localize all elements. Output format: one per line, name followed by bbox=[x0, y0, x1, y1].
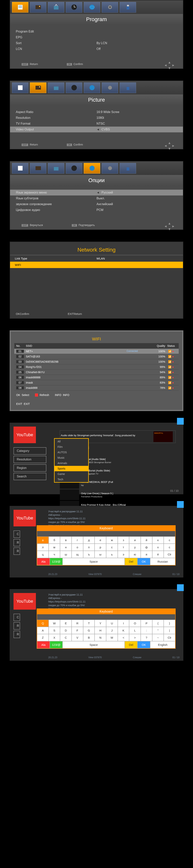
key[interactable]: Clr bbox=[164, 634, 175, 641]
key[interactable]: л bbox=[37, 544, 49, 551]
menu-item-osd-lang[interactable]: Язык экранного меню◄Русский bbox=[10, 190, 183, 195]
key[interactable]: U bbox=[106, 620, 118, 627]
row-link-type[interactable]: Link Type WLAN bbox=[10, 255, 183, 262]
category-item[interactable]: Game bbox=[54, 471, 88, 477]
tab-program[interactable] bbox=[12, 163, 28, 174]
menu-item-digital-audio[interactable]: Цифровое аудиоPCM bbox=[16, 207, 177, 213]
key[interactable]: ? bbox=[141, 634, 152, 641]
category-item[interactable]: AUTOS bbox=[54, 450, 88, 455]
key[interactable]: N bbox=[94, 634, 106, 641]
menu-item-tvformat[interactable]: TV FormatNTSC bbox=[16, 121, 177, 127]
corner-tab-icon[interactable] bbox=[177, 501, 184, 508]
category-item[interactable]: Music bbox=[54, 455, 88, 460]
key[interactable]: в bbox=[60, 536, 72, 544]
key[interactable]: : bbox=[141, 627, 152, 634]
category-item[interactable]: All bbox=[54, 439, 88, 444]
wifi-row[interactable]: 01NET+Connected100%📶 ● bbox=[14, 349, 179, 354]
key-lang[interactable]: English bbox=[150, 641, 175, 648]
wifi-row[interactable]: 06imask8888889%📶 ● bbox=[14, 375, 179, 380]
key-num[interactable]: 123/@ bbox=[50, 641, 63, 648]
key[interactable]: м bbox=[49, 544, 60, 551]
key[interactable]: O bbox=[129, 620, 141, 627]
tab-system[interactable] bbox=[102, 163, 118, 174]
wifi-row[interactable]: 04RongYu-f20199%📶 ● bbox=[14, 365, 179, 370]
key[interactable]: с bbox=[164, 544, 175, 551]
btn-resolution[interactable]: Resolution bbox=[13, 456, 46, 463]
key[interactable]: б bbox=[49, 536, 60, 544]
key[interactable]: T bbox=[83, 620, 95, 627]
key[interactable]: X bbox=[49, 634, 60, 641]
key[interactable]: щ bbox=[72, 551, 83, 558]
key[interactable]: к bbox=[152, 536, 164, 544]
btn-region[interactable]: Region bbox=[13, 464, 46, 472]
corner-tab-icon[interactable] bbox=[177, 584, 184, 591]
row-wifi[interactable]: WIFI bbox=[10, 262, 183, 268]
menu-item-epg[interactable]: EPG bbox=[16, 34, 177, 40]
key[interactable]: Z bbox=[37, 634, 49, 641]
key-del[interactable]: Del bbox=[125, 558, 138, 565]
key-ok[interactable]: OK bbox=[138, 558, 150, 565]
tab-program[interactable] bbox=[12, 2, 28, 12]
tab-channel[interactable] bbox=[48, 2, 64, 12]
key-del[interactable]: Del bbox=[125, 641, 138, 648]
key[interactable]: < bbox=[118, 634, 129, 641]
key[interactable]: п bbox=[83, 544, 95, 551]
key[interactable]: G bbox=[83, 627, 95, 634]
key[interactable]: { bbox=[152, 620, 164, 627]
key[interactable]: т bbox=[118, 544, 129, 551]
key[interactable]: ъ bbox=[83, 551, 95, 558]
key[interactable]: L bbox=[129, 627, 141, 634]
menu-item-audio-lang[interactable]: звуковое сопровождениеАнглийский bbox=[16, 201, 177, 207]
key[interactable]: ф bbox=[141, 544, 152, 551]
category-item[interactable]: Sports bbox=[54, 466, 88, 471]
btn-r[interactable]: R bbox=[13, 622, 20, 629]
tab-options[interactable] bbox=[84, 2, 100, 12]
key[interactable]: ц bbox=[37, 551, 49, 558]
menu-item-video-output[interactable]: Video Output◄CVBS bbox=[10, 127, 183, 132]
wifi-row[interactable]: 030xE69C88E5AD90E5B29B100%📶 ● bbox=[14, 359, 179, 365]
key[interactable]: ё bbox=[152, 551, 164, 558]
tab-time[interactable] bbox=[66, 2, 82, 12]
list-item[interactable]: Only Live Once) [ Season 5 ]Fernwhen Pro… bbox=[60, 490, 176, 500]
key[interactable]: W bbox=[49, 620, 60, 627]
key[interactable]: у bbox=[129, 544, 141, 551]
tab-usb[interactable] bbox=[120, 83, 136, 93]
key-lang[interactable]: Russian bbox=[150, 558, 175, 565]
key[interactable]: н bbox=[60, 544, 72, 551]
key[interactable]: ы bbox=[94, 551, 106, 558]
tab-program[interactable] bbox=[12, 83, 28, 93]
tab-options[interactable] bbox=[84, 83, 100, 93]
key[interactable]: й bbox=[141, 536, 152, 544]
key[interactable]: Clr bbox=[164, 551, 175, 558]
key[interactable]: е bbox=[94, 536, 106, 544]
tab-usb[interactable] bbox=[120, 163, 136, 174]
btn-search[interactable]: Search bbox=[13, 473, 46, 480]
key[interactable]: ч bbox=[49, 551, 60, 558]
key[interactable]: ~ bbox=[152, 634, 164, 641]
menu-item-program-edit[interactable]: Program Edit bbox=[16, 29, 177, 34]
key[interactable]: з bbox=[118, 536, 129, 544]
key[interactable]: о bbox=[72, 544, 83, 551]
key[interactable]: ш bbox=[60, 551, 72, 558]
wifi-row[interactable]: 07imask83%📶 ● bbox=[14, 380, 179, 385]
key[interactable]: р bbox=[94, 544, 106, 551]
key[interactable]: ж bbox=[106, 536, 118, 544]
key[interactable]: а bbox=[37, 536, 49, 544]
key-ala[interactable]: Ala bbox=[37, 558, 50, 565]
btn-c[interactable]: C bbox=[13, 614, 20, 621]
btn-r2[interactable]: R bbox=[13, 631, 20, 638]
wifi-row[interactable]: 02SATX@163100%📶 ● bbox=[14, 354, 179, 359]
menu-item-aspect[interactable]: Aspect Ratio16:9 Wide Scree bbox=[16, 109, 177, 115]
wifi-row[interactable]: 05ChinaNet-6kYU94%📶 ● bbox=[14, 370, 179, 375]
key[interactable]: A bbox=[37, 627, 49, 634]
btn-r[interactable]: R bbox=[13, 539, 20, 546]
key[interactable]: K bbox=[118, 627, 129, 634]
tab-picture[interactable] bbox=[30, 83, 46, 93]
key[interactable]: R bbox=[72, 620, 83, 627]
tab-channel[interactable] bbox=[48, 163, 64, 174]
key[interactable]: > bbox=[129, 634, 141, 641]
key[interactable]: Q bbox=[37, 620, 49, 627]
key[interactable]: M bbox=[106, 634, 118, 641]
key-ok[interactable]: OK bbox=[138, 641, 150, 648]
key-ala[interactable]: Ala bbox=[37, 641, 50, 648]
